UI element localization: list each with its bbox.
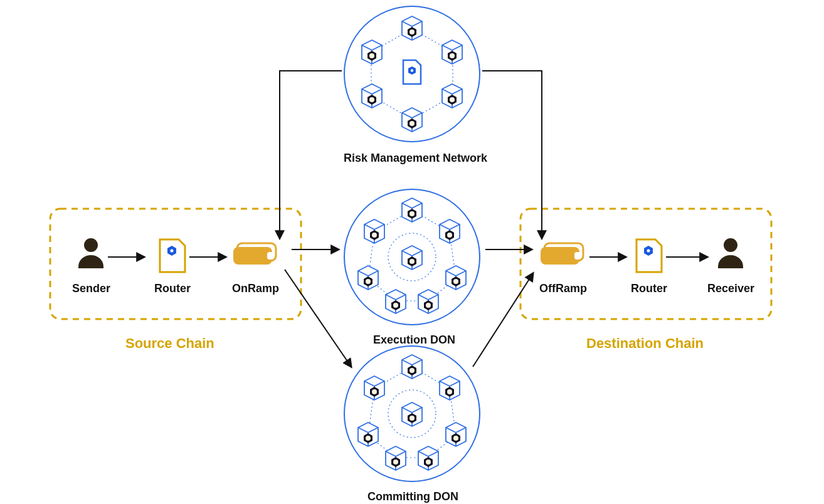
- diagram-canvas: Source Chain Sender Router OnRamp Destin…: [0, 0, 824, 504]
- onramp-label: OnRamp: [232, 282, 279, 295]
- router-source-icon: [160, 239, 185, 272]
- sender-icon: [78, 238, 103, 268]
- destination-chain-group: Destination Chain OffRamp Router Receive…: [520, 209, 771, 351]
- destination-chain-label: Destination Chain: [586, 335, 704, 351]
- source-chain-label: Source Chain: [125, 335, 214, 351]
- arrow-rmn-offramp: [482, 71, 542, 238]
- offramp-icon: [541, 243, 583, 265]
- committing-don-label: Committing DON: [367, 490, 458, 503]
- offramp-label: OffRamp: [539, 282, 587, 295]
- onramp-icon: [233, 243, 276, 265]
- arrow-rmn-onramp: [280, 71, 342, 238]
- source-chain-group: Source Chain Sender Router OnRamp: [50, 209, 301, 351]
- execution-don-label: Execution DON: [373, 333, 455, 346]
- arrow-onramp-commit: [285, 270, 351, 367]
- receiver-icon: [718, 238, 743, 268]
- risk-management-network: [344, 6, 480, 142]
- arrow-commit-offramp: [473, 273, 533, 367]
- execution-don: [344, 189, 480, 325]
- router-dest-label: Router: [631, 282, 667, 295]
- committing-don: [344, 346, 480, 481]
- router-source-label: Router: [154, 282, 191, 295]
- receiver-label: Receiver: [707, 282, 754, 295]
- risk-management-label: Risk Management Network: [344, 152, 488, 164]
- sender-label: Sender: [72, 282, 110, 295]
- router-dest-icon: [636, 239, 662, 272]
